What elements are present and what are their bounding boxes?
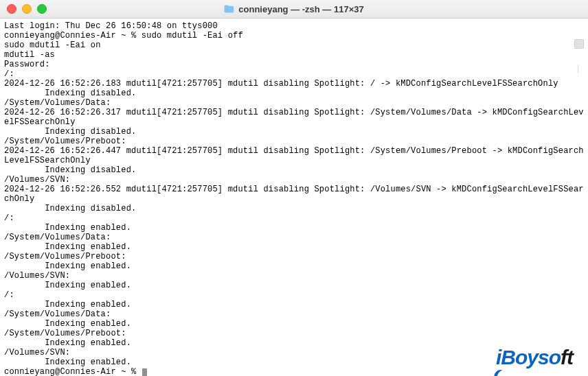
folder-icon	[224, 5, 234, 13]
watermark-text-main: iBoyso	[496, 347, 561, 368]
traffic-lights	[7, 4, 47, 14]
window-title: connieyang — -zsh — 117×37	[238, 4, 363, 14]
close-icon[interactable]	[7, 4, 16, 14]
prompt-line[interactable]: connieyang@Connies-Air ~ %	[4, 367, 142, 376]
scrollbar-thumb[interactable]	[574, 39, 584, 49]
terminal-output: Last login: Thu Dec 26 16:50:48 on ttys0…	[4, 21, 584, 376]
terminal-area[interactable]: Last login: Thu Dec 26 16:50:48 on ttys0…	[0, 19, 588, 376]
titlebar: connieyang — -zsh — 117×37	[0, 0, 588, 19]
terminal-window: connieyang — -zsh — 117×37 Last login: T…	[0, 0, 588, 376]
scrollbar-track	[578, 65, 578, 73]
zoom-icon[interactable]	[37, 4, 47, 14]
minimize-icon[interactable]	[22, 4, 32, 14]
watermark-logo: iBoysoft	[495, 347, 573, 368]
window-title-area: connieyang — -zsh — 117×37	[0, 4, 588, 14]
watermark-text-suffix: ft	[561, 347, 573, 368]
cursor-icon	[142, 368, 147, 376]
